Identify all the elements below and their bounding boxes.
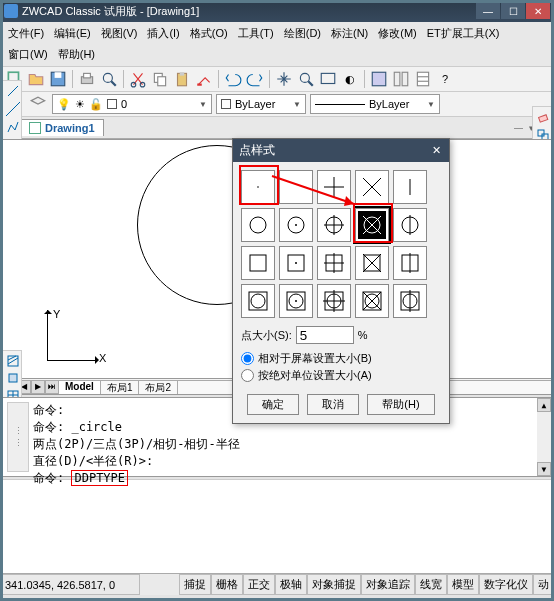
menu-window[interactable]: 窗口(W)	[4, 45, 52, 64]
menu-view[interactable]: 视图(V)	[97, 24, 142, 43]
minimize-button[interactable]: —	[476, 3, 500, 19]
dialog-close-icon[interactable]: ✕	[429, 144, 443, 158]
xline-icon[interactable]	[5, 101, 21, 117]
menu-modify[interactable]: 修改(M)	[374, 24, 421, 43]
pstyle-sqcircle[interactable]	[241, 284, 275, 318]
coords-readout[interactable]: 341.0345, 426.5817, 0	[0, 574, 140, 595]
pstyle-square-dot[interactable]	[279, 246, 313, 280]
pstyle-sqcircle-plus[interactable]	[317, 284, 351, 318]
status-model[interactable]: 模型	[447, 574, 479, 595]
menu-et[interactable]: ET扩展工具(X)	[423, 24, 504, 43]
pstyle-square-tick[interactable]	[393, 246, 427, 280]
menu-file[interactable]: 文件(F)	[4, 24, 48, 43]
props-icon[interactable]	[369, 69, 389, 89]
paste-icon[interactable]	[172, 69, 192, 89]
status-grid[interactable]: 栅格	[211, 574, 243, 595]
undo-icon[interactable]	[223, 69, 243, 89]
pstyle-circle-plus[interactable]	[317, 208, 351, 242]
design-center-icon[interactable]	[391, 69, 411, 89]
linetype-selector[interactable]: ByLayer ▼	[310, 94, 440, 114]
tab-layout1[interactable]: 布局1	[101, 381, 140, 394]
copy-icon[interactable]	[150, 69, 170, 89]
cut-icon[interactable]	[128, 69, 148, 89]
svg-rect-13	[197, 84, 202, 86]
last-tab-icon[interactable]: ⏭	[45, 380, 59, 394]
match-icon[interactable]	[194, 69, 214, 89]
tab-model[interactable]: Model	[59, 381, 101, 394]
tab-minimize-icon[interactable]: —	[512, 123, 525, 133]
open-icon[interactable]	[26, 69, 46, 89]
layer-states-icon[interactable]	[28, 94, 48, 114]
help-button[interactable]: 帮助(H)	[367, 394, 434, 415]
menu-dimension[interactable]: 标注(N)	[327, 24, 372, 43]
cmd-input-highlight: DDPTYPE	[71, 470, 128, 486]
pstyle-square-x[interactable]	[355, 246, 389, 280]
zoom-prev-icon[interactable]: ◐	[340, 69, 360, 89]
pstyle-tick[interactable]	[393, 170, 427, 204]
radio-relative[interactable]	[241, 352, 254, 365]
pstyle-sqcircle-tick[interactable]	[393, 284, 427, 318]
pstyle-plus[interactable]	[317, 170, 351, 204]
svg-rect-16	[321, 73, 335, 83]
pstyle-square-plus[interactable]	[317, 246, 351, 280]
menu-draw[interactable]: 绘图(D)	[280, 24, 325, 43]
pan-icon[interactable]	[274, 69, 294, 89]
menu-insert[interactable]: 插入(I)	[143, 24, 183, 43]
erase-icon[interactable]	[535, 109, 551, 125]
hatch-icon[interactable]	[5, 353, 21, 369]
menu-help[interactable]: 帮助(H)	[54, 45, 99, 64]
ok-button[interactable]: 确定	[247, 394, 299, 415]
scroll-down-icon[interactable]: ▼	[537, 462, 551, 476]
document-tab[interactable]: Drawing1	[20, 119, 104, 136]
status-snap[interactable]: 捕捉	[179, 574, 211, 595]
line-icon[interactable]	[5, 83, 21, 99]
pstyle-x[interactable]	[355, 170, 389, 204]
next-tab-icon[interactable]: ▶	[31, 380, 45, 394]
svg-rect-88	[249, 292, 267, 310]
radio-absolute[interactable]	[241, 369, 254, 382]
region-icon[interactable]	[5, 370, 21, 386]
status-dyn[interactable]: 动	[533, 574, 554, 595]
pstyle-square[interactable]	[241, 246, 275, 280]
status-tablet[interactable]: 数字化仪	[479, 574, 533, 595]
calc-icon[interactable]: ?	[435, 69, 455, 89]
menu-edit[interactable]: 编辑(E)	[50, 24, 95, 43]
status-lwt[interactable]: 线宽	[415, 574, 447, 595]
scroll-up-icon[interactable]: ▲	[537, 398, 551, 412]
save-icon[interactable]	[48, 69, 68, 89]
color-swatch	[221, 99, 231, 109]
cancel-button[interactable]: 取消	[307, 394, 359, 415]
close-button[interactable]: ✕	[526, 3, 550, 19]
pstyle-none[interactable]	[279, 170, 313, 204]
zoom-rt-icon[interactable]	[296, 69, 316, 89]
status-polar[interactable]: 极轴	[275, 574, 307, 595]
pstyle-circle-dot[interactable]	[279, 208, 313, 242]
polyline-icon[interactable]	[5, 119, 21, 135]
status-ortho[interactable]: 正交	[243, 574, 275, 595]
pstyle-circle-tick[interactable]	[393, 208, 427, 242]
layer-selector[interactable]: 💡 ☀ 🔓 0 ▼	[52, 94, 212, 114]
dialog-titlebar[interactable]: 点样式 ✕	[233, 139, 449, 162]
pstyle-sqcircle-x[interactable]	[355, 284, 389, 318]
menu-tools[interactable]: 工具(T)	[234, 24, 278, 43]
maximize-button[interactable]: ☐	[501, 3, 525, 19]
color-selector[interactable]: ByLayer ▼	[216, 94, 306, 114]
pstyle-circle[interactable]	[241, 208, 275, 242]
tool-palette-icon[interactable]	[413, 69, 433, 89]
command-handle[interactable]: ⋮⋮	[7, 402, 29, 472]
pstyle-sqcircle-dot[interactable]	[279, 284, 313, 318]
zoom-win-icon[interactable]	[318, 69, 338, 89]
menu-format[interactable]: 格式(O)	[186, 24, 232, 43]
size-input[interactable]	[296, 326, 354, 344]
redo-icon[interactable]	[245, 69, 265, 89]
tab-layout2[interactable]: 布局2	[139, 381, 178, 394]
cmd-line: 两点(2P)/三点(3P)/相切-相切-半径	[33, 436, 521, 453]
status-osnap[interactable]: 对象捕捉	[307, 574, 361, 595]
svg-point-67	[295, 224, 297, 226]
cmd-scrollbar[interactable]: ▲ ▼	[537, 398, 551, 476]
preview-icon[interactable]	[99, 69, 119, 89]
print-icon[interactable]	[77, 69, 97, 89]
pstyle-dot[interactable]	[241, 170, 275, 204]
status-otrack[interactable]: 对象追踪	[361, 574, 415, 595]
pstyle-circle-x[interactable]	[355, 208, 389, 242]
